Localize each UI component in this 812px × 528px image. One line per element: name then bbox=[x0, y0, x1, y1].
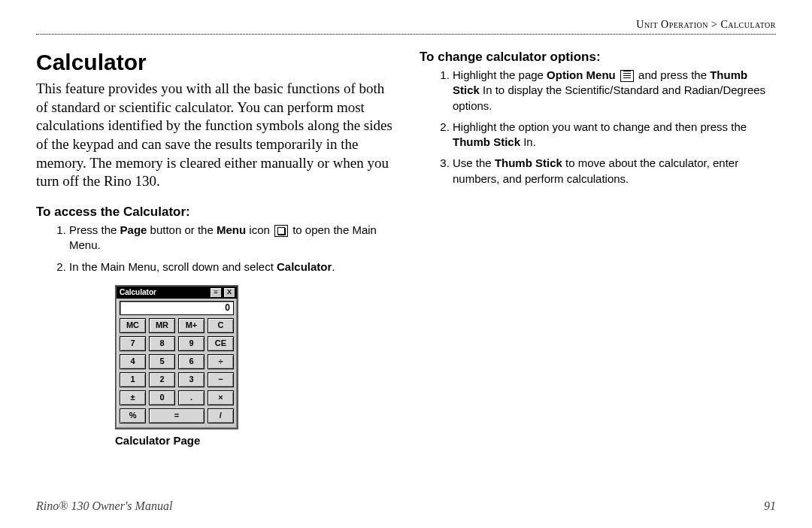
page-title: Calculator bbox=[36, 50, 392, 75]
titlebar-close-button[interactable]: X bbox=[223, 287, 235, 298]
calculator-key[interactable]: ÷ bbox=[208, 354, 234, 369]
calculator-key[interactable]: % bbox=[120, 408, 146, 423]
calculator-row: 123− bbox=[120, 372, 234, 387]
calculator-key[interactable]: = bbox=[149, 408, 205, 423]
access-step-2: In the Main Menu, scroll down and select… bbox=[69, 259, 392, 275]
option-menu-icon bbox=[620, 70, 634, 82]
calculator-key[interactable]: CE bbox=[208, 336, 234, 351]
calculator-row: MCMRM+C bbox=[120, 318, 234, 333]
calculator-key[interactable]: MC bbox=[120, 318, 146, 333]
breadcrumb-sep: > bbox=[711, 19, 717, 30]
calculator-key[interactable]: ± bbox=[120, 390, 146, 405]
calculator-key[interactable]: 5 bbox=[149, 354, 175, 369]
options-step-1: Highlight the page Option Menu and press… bbox=[453, 68, 776, 114]
page-footer: Rino® 130 Owner's Manual 91 bbox=[36, 499, 776, 513]
breadcrumb-page: Calculator bbox=[720, 19, 776, 30]
intro-text: This feature provides you with all the b… bbox=[36, 80, 392, 191]
calculator-key[interactable]: 6 bbox=[178, 354, 205, 369]
breadcrumb: Unit Operation > Calculator bbox=[36, 19, 776, 35]
breadcrumb-section: Unit Operation bbox=[636, 19, 708, 30]
calculator-caption: Calculator Page bbox=[115, 434, 235, 447]
calculator-key[interactable]: 0 bbox=[149, 390, 175, 405]
calculator-row: 789CE bbox=[120, 336, 234, 351]
calculator-key[interactable]: C bbox=[208, 318, 234, 333]
calculator-key[interactable]: . bbox=[178, 390, 205, 405]
calculator-title: Calculator bbox=[118, 288, 208, 296]
calculator-row: ±0.× bbox=[120, 390, 234, 405]
calculator-keypad: MCMRM+C789CE456÷123−±0.×%=/ bbox=[117, 318, 237, 428]
footer-manual-name: Rino® 130 Owner's Manual bbox=[36, 499, 172, 513]
footer-page-number: 91 bbox=[764, 499, 776, 513]
options-step-2: Highlight the option you want to change … bbox=[453, 120, 776, 150]
subheading-options: To change calculator options: bbox=[420, 50, 776, 65]
manual-page: Unit Operation > Calculator Calculator T… bbox=[0, 0, 812, 528]
subheading-access: To access the Calculator: bbox=[36, 205, 392, 220]
calculator-key[interactable]: − bbox=[208, 372, 234, 387]
calculator-titlebar: Calculator ≡ X bbox=[117, 287, 237, 299]
calculator-key[interactable]: M+ bbox=[178, 318, 205, 333]
left-column: Calculator This feature provides you wit… bbox=[36, 50, 392, 447]
titlebar-menu-button[interactable]: ≡ bbox=[210, 287, 222, 298]
options-steps: Highlight the page Option Menu and press… bbox=[420, 68, 776, 187]
options-step-3: Use the Thumb Stick to move about the ca… bbox=[453, 156, 776, 187]
calculator-key[interactable]: 2 bbox=[149, 372, 175, 387]
calculator-key[interactable]: 9 bbox=[178, 336, 205, 351]
calculator-key[interactable]: 7 bbox=[120, 336, 146, 351]
calculator-row: %=/ bbox=[120, 408, 234, 423]
calculator-figure: Calculator ≡ X 0 MCMRM+C789CE456÷123−±0.… bbox=[115, 285, 235, 447]
access-step-1: Press the Page button or the Menu icon t… bbox=[69, 223, 392, 253]
right-column: To change calculator options: Highlight … bbox=[420, 50, 776, 447]
calculator-key[interactable]: 3 bbox=[178, 372, 205, 387]
calculator-key[interactable]: 4 bbox=[120, 354, 146, 369]
calculator-key[interactable]: × bbox=[208, 390, 234, 405]
calculator-row: 456÷ bbox=[120, 354, 234, 369]
calculator-key[interactable]: / bbox=[208, 408, 234, 423]
calculator-window: Calculator ≡ X 0 MCMRM+C789CE456÷123−±0.… bbox=[115, 285, 238, 429]
calculator-display: 0 bbox=[120, 301, 234, 315]
menu-icon bbox=[274, 225, 288, 237]
calculator-key[interactable]: 1 bbox=[120, 372, 146, 387]
access-steps: Press the Page button or the Menu icon t… bbox=[36, 223, 392, 275]
calculator-key[interactable]: MR bbox=[149, 318, 175, 333]
calculator-key[interactable]: 8 bbox=[149, 336, 175, 351]
